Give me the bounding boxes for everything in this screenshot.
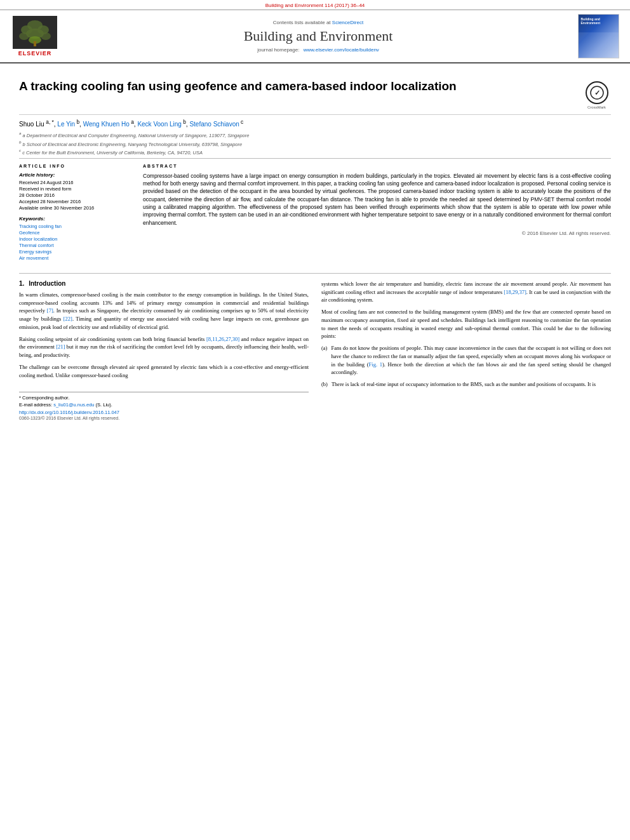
author-weng[interactable]: Weng Khuen Ho bbox=[83, 121, 130, 128]
affil-c: c c Center for the Built Environment, Un… bbox=[19, 148, 611, 156]
keywords-title: Keywords: bbox=[19, 216, 130, 222]
article-title-text: A tracking cooling fan using geofence an… bbox=[19, 79, 573, 95]
header-center: Contents lists available at ScienceDirec… bbox=[64, 14, 573, 58]
ref-22[interactable]: [22] bbox=[64, 316, 72, 322]
right-para-2: Most of cooling fans are not connected t… bbox=[321, 308, 611, 340]
revised2-row: 28 October 2016 bbox=[19, 192, 130, 198]
intro-para-1: In warm climates, compressor-based cooli… bbox=[19, 291, 309, 331]
list-item-a: (a) Fans do not know the positions of pe… bbox=[321, 344, 611, 377]
kw-6[interactable]: Air movement bbox=[19, 255, 130, 261]
authors-list: Shuo Liu a, *, Le Yin b, Weng Khuen Ho a… bbox=[19, 119, 611, 128]
body-right-col: systems which lower the air temperature … bbox=[321, 280, 611, 421]
list-item-b: (b) There is lack of real-time input of … bbox=[321, 380, 611, 389]
list-label-a: (a) bbox=[321, 344, 327, 377]
kw-5[interactable]: Energy savings bbox=[19, 249, 130, 255]
email-footnote: E-mail address: s_liu01@u.nus.edu (S. Li… bbox=[19, 402, 309, 408]
ref-group2[interactable]: [18,29,37] bbox=[504, 289, 526, 295]
homepage-line: journal homepage: www.elsevier.com/locat… bbox=[257, 47, 379, 53]
corresponding-footnote: * Corresponding author. bbox=[19, 395, 309, 401]
author-le[interactable]: Le Yin bbox=[57, 121, 75, 128]
abstract-copyright: © 2016 Elsevier Ltd. All rights reserved… bbox=[143, 230, 611, 236]
available-row: Available online 30 November 2016 bbox=[19, 205, 130, 211]
body-section: 1. Introduction In warm climates, compre… bbox=[19, 280, 611, 421]
body-left-col: 1. Introduction In warm climates, compre… bbox=[19, 280, 309, 421]
contents-line: Contents lists available at ScienceDirec… bbox=[273, 20, 363, 25]
list-text-b: There is lack of real-time input of occu… bbox=[332, 380, 596, 389]
svg-rect-8 bbox=[34, 41, 36, 46]
section-divider bbox=[19, 273, 611, 274]
accepted-row: Accepted 28 November 2016 bbox=[19, 199, 130, 204]
authors-section: Shuo Liu a, *, Le Yin b, Weng Khuen Ho a… bbox=[19, 115, 611, 158]
svg-point-6 bbox=[41, 32, 51, 40]
abstract-text: Compressor-based cooling systems have a … bbox=[143, 172, 611, 227]
crossmark-icon: ✓ bbox=[590, 86, 604, 100]
info-abstract-section: ARTICLE INFO Article history: Received 2… bbox=[19, 158, 611, 267]
kw-2[interactable]: Geofence bbox=[19, 230, 130, 236]
article-title-section: A tracking cooling fan using geofence an… bbox=[19, 70, 611, 115]
right-para-1: systems which lower the air temperature … bbox=[321, 280, 611, 304]
abstract-col: ABSTRACT Compressor-based cooling system… bbox=[143, 164, 611, 262]
revised-row: Received in revised form bbox=[19, 186, 130, 192]
crossmark-badge: ✓ bbox=[586, 81, 608, 104]
list-label-b: (b) bbox=[321, 380, 328, 389]
article-info-col: ARTICLE INFO Article history: Received 2… bbox=[19, 164, 130, 262]
article-info-heading: ARTICLE INFO bbox=[19, 164, 130, 168]
author-shuo: Shuo Liu bbox=[19, 121, 46, 128]
list-text-a: Fans do not know the positions of people… bbox=[331, 344, 611, 377]
elsevier-logo: ELSEVIER bbox=[6, 14, 64, 58]
affil-a: a a Department of Electrical and Compute… bbox=[19, 131, 611, 138]
sciencedirect-link[interactable]: ScienceDirect bbox=[332, 20, 363, 25]
citation-text: Building and Environment 114 (2017) 36–4… bbox=[265, 3, 365, 8]
doi-line[interactable]: http://dx.doi.org/10.1016/j.buildenv.201… bbox=[19, 410, 309, 415]
affil-b: b b School of Electrical and Electronic … bbox=[19, 140, 611, 147]
ref-group1[interactable]: [8,11,26,27,30] bbox=[206, 336, 239, 342]
email-link[interactable]: s_liu01@u.nus.edu bbox=[53, 402, 94, 408]
tree-icon bbox=[13, 16, 57, 49]
received-row: Received 24 August 2016 bbox=[19, 180, 130, 185]
crossmark-container: ✓ CrossMark bbox=[582, 81, 611, 109]
issn-line: 0360-1323/© 2016 Elsevier Ltd. All right… bbox=[19, 416, 309, 420]
kw-3[interactable]: Indoor localization bbox=[19, 236, 130, 242]
keywords-section: Keywords: Tracking cooling fan Geofence … bbox=[19, 216, 130, 261]
abstract-heading: ABSTRACT bbox=[143, 164, 611, 168]
intro-para-2: Raising cooling setpoint of air conditio… bbox=[19, 335, 309, 359]
ref-21[interactable]: [21] bbox=[56, 343, 65, 350]
journal-cover: Building andEnvironment bbox=[573, 14, 624, 58]
intro-para-3: The challenge can be overcome through el… bbox=[19, 363, 309, 380]
kw-4[interactable]: Thermal comfort bbox=[19, 243, 130, 248]
the-word: the bbox=[605, 289, 611, 295]
author-keck[interactable]: Keck Voon Ling bbox=[137, 121, 182, 128]
kw-1[interactable]: Tracking cooling fan bbox=[19, 223, 130, 229]
affiliations: a a Department of Electrical and Compute… bbox=[19, 131, 611, 156]
author-stefano[interactable]: Stefano Schiavon bbox=[189, 121, 239, 128]
section-title: Introduction bbox=[29, 280, 65, 287]
elsevier-text: ELSEVIER bbox=[18, 50, 52, 57]
article-title: A tracking cooling fan using geofence an… bbox=[19, 79, 573, 95]
homepage-url[interactable]: www.elsevier.com/locate/buildenv bbox=[304, 47, 379, 53]
impacts-word: impacts bbox=[236, 316, 253, 322]
article-history: Article history: Received 24 August 2016… bbox=[19, 172, 130, 211]
svg-point-5 bbox=[19, 32, 29, 40]
history-title: Article history: bbox=[19, 172, 130, 178]
svg-text:✓: ✓ bbox=[594, 89, 600, 97]
crossmark-label: CrossMark bbox=[587, 105, 606, 109]
journal-title: Building and Environment bbox=[244, 28, 393, 44]
ref-7[interactable]: [7] bbox=[47, 307, 53, 314]
fig1-link[interactable]: Fig. 1 bbox=[369, 361, 382, 368]
section-number-title: 1. Introduction bbox=[19, 280, 309, 287]
footnote-section: * Corresponding author. E-mail address: … bbox=[19, 392, 309, 408]
citation-bar: Building and Environment 114 (2017) 36–4… bbox=[0, 0, 630, 10]
